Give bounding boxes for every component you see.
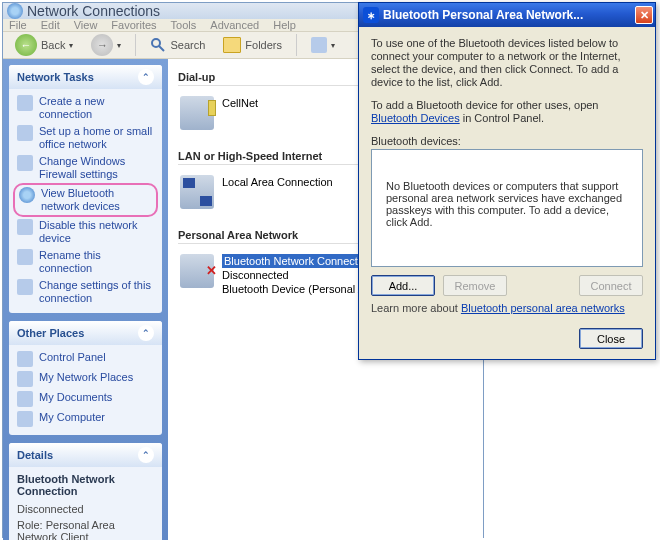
bluetooth-connection-icon — [180, 254, 214, 288]
control-panel-icon — [17, 351, 33, 367]
task-label: Change Windows Firewall settings — [39, 155, 154, 181]
network-icon — [17, 125, 33, 141]
collapse-icon[interactable]: ⌃ — [138, 69, 154, 85]
place-label: My Computer — [39, 411, 105, 424]
forward-icon: → — [91, 34, 113, 56]
dialog-titlebar: ∗ Bluetooth Personal Area Network... ✕ — [359, 3, 655, 27]
bluetooth-devices-link[interactable]: Bluetooth Devices — [371, 112, 460, 124]
forward-button[interactable]: → ▾ — [85, 32, 127, 58]
place-network-places[interactable]: My Network Places — [17, 371, 154, 387]
dialog-footer: Close — [359, 322, 655, 359]
details-title: Bluetooth Network Connection — [17, 473, 154, 497]
place-my-computer[interactable]: My Computer — [17, 411, 154, 427]
details-role: Role: Personal Area Network Client — [17, 519, 154, 540]
search-icon — [150, 37, 166, 53]
place-my-documents[interactable]: My Documents — [17, 391, 154, 407]
lan-icon — [180, 175, 214, 209]
connect-button: Connect — [579, 275, 643, 296]
back-label: Back — [41, 39, 65, 51]
menu-file[interactable]: File — [9, 19, 27, 31]
panel-title: Details — [17, 449, 53, 461]
folders-button[interactable]: Folders — [217, 35, 288, 55]
menu-favorites[interactable]: Favorites — [111, 19, 156, 31]
task-label: View Bluetooth network devices — [41, 187, 152, 213]
folders-label: Folders — [245, 39, 282, 51]
learn-more-link[interactable]: Bluetooth personal area networks — [461, 302, 625, 314]
panel-title: Network Tasks — [17, 71, 94, 83]
search-label: Search — [170, 39, 205, 51]
bluetooth-icon: ∗ — [363, 7, 379, 23]
svg-point-0 — [152, 39, 160, 47]
details-body: Bluetooth Network Connection Disconnecte… — [9, 467, 162, 540]
place-control-panel[interactable]: Control Panel — [17, 351, 154, 367]
item-name: Local Area Connection — [222, 175, 333, 189]
close-dialog-button[interactable]: Close — [579, 328, 643, 349]
list-label: Bluetooth devices: — [371, 135, 643, 147]
wizard-icon — [17, 95, 33, 111]
views-button[interactable]: ▾ — [305, 35, 341, 55]
menu-view[interactable]: View — [74, 19, 98, 31]
panel-header[interactable]: Details ⌃ — [9, 443, 162, 467]
task-disable[interactable]: Disable this network device — [17, 219, 154, 245]
panel-header[interactable]: Network Tasks ⌃ — [9, 65, 162, 89]
menu-help[interactable]: Help — [273, 19, 296, 31]
toolbar-divider — [296, 34, 297, 56]
other-places-panel: Other Places ⌃ Control Panel My Network … — [9, 321, 162, 435]
disable-icon — [17, 219, 33, 235]
documents-icon — [17, 391, 33, 407]
sidebar: Network Tasks ⌃ Create a new connection … — [3, 59, 168, 540]
bluetooth-globe-icon — [19, 187, 35, 203]
menu-edit[interactable]: Edit — [41, 19, 60, 31]
firewall-icon — [17, 155, 33, 171]
network-places-icon — [17, 371, 33, 387]
empty-list-message: No Bluetooth devices or computers that s… — [386, 180, 622, 228]
toolbar-divider — [135, 34, 136, 56]
computer-icon — [17, 411, 33, 427]
task-rename[interactable]: Rename this connection — [17, 249, 154, 275]
back-button[interactable]: ← Back ▾ — [9, 32, 79, 58]
learn-more: Learn more about Bluetooth personal area… — [371, 302, 643, 314]
task-setup-network[interactable]: Set up a home or small office network — [17, 125, 154, 151]
dialog-title: Bluetooth Personal Area Network... — [383, 8, 631, 22]
task-create-connection[interactable]: Create a new connection — [17, 95, 154, 121]
modem-icon — [180, 96, 214, 130]
chevron-down-icon[interactable]: ▾ — [117, 41, 121, 50]
collapse-icon[interactable]: ⌃ — [138, 325, 154, 341]
bluetooth-devices-listbox[interactable]: No Bluetooth devices or computers that s… — [371, 149, 643, 267]
search-button[interactable]: Search — [144, 35, 211, 55]
add-button[interactable]: Add... — [371, 275, 435, 296]
task-label: Disable this network device — [39, 219, 154, 245]
dialog-add-hint: To add a Bluetooth device for other uses… — [371, 99, 643, 125]
chevron-down-icon[interactable]: ▾ — [331, 41, 335, 50]
panel-header[interactable]: Other Places ⌃ — [9, 321, 162, 345]
dialog-intro: To use one of the Bluetooth devices list… — [371, 37, 643, 89]
collapse-icon[interactable]: ⌃ — [138, 447, 154, 463]
properties-icon — [17, 279, 33, 295]
task-label: Rename this connection — [39, 249, 154, 275]
task-view-bluetooth[interactable]: View Bluetooth network devices — [13, 183, 158, 217]
app-icon — [7, 3, 23, 19]
chevron-down-icon[interactable]: ▾ — [69, 41, 73, 50]
item-status: Disconnected — [222, 268, 375, 282]
rename-icon — [17, 249, 33, 265]
details-status: Disconnected — [17, 503, 154, 515]
place-label: My Network Places — [39, 371, 133, 384]
back-icon: ← — [15, 34, 37, 56]
folder-icon — [223, 37, 241, 53]
dialog-body: To use one of the Bluetooth devices list… — [359, 27, 655, 322]
close-button[interactable]: ✕ — [635, 6, 653, 24]
task-settings[interactable]: Change settings of this connection — [17, 279, 154, 305]
menu-tools[interactable]: Tools — [171, 19, 197, 31]
panel-title: Other Places — [17, 327, 84, 339]
task-label: Set up a home or small office network — [39, 125, 154, 151]
panel-body: Create a new connection Set up a home or… — [9, 89, 162, 313]
item-name: Bluetooth Network Connection — [222, 254, 375, 268]
task-label: Change settings of this connection — [39, 279, 154, 305]
network-tasks-panel: Network Tasks ⌃ Create a new connection … — [9, 65, 162, 313]
panel-body: Control Panel My Network Places My Docum… — [9, 345, 162, 435]
views-icon — [311, 37, 327, 53]
svg-line-1 — [159, 46, 164, 51]
menu-advanced[interactable]: Advanced — [210, 19, 259, 31]
item-device: Bluetooth Device (Personal Are — [222, 282, 375, 296]
task-firewall[interactable]: Change Windows Firewall settings — [17, 155, 154, 181]
